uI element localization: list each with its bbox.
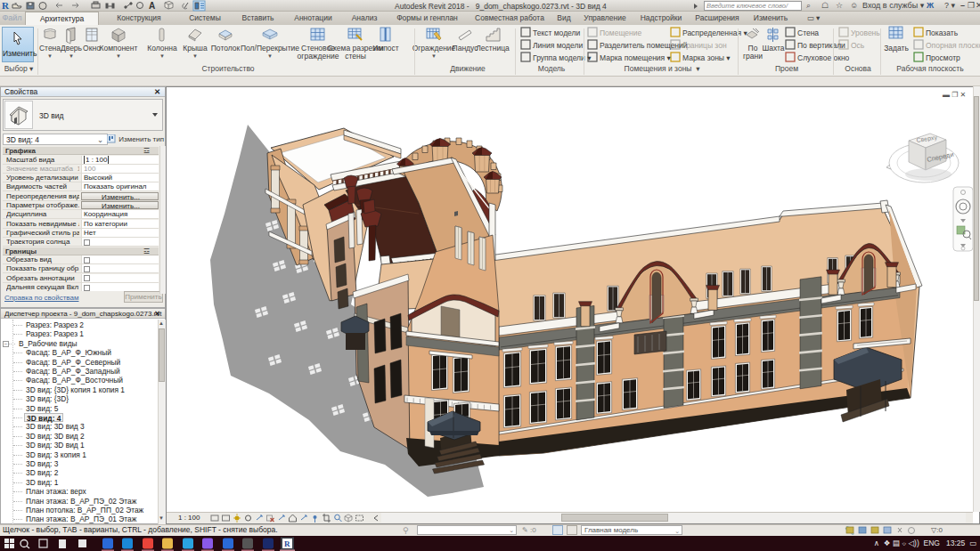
svg-text:R: R <box>284 539 290 548</box>
